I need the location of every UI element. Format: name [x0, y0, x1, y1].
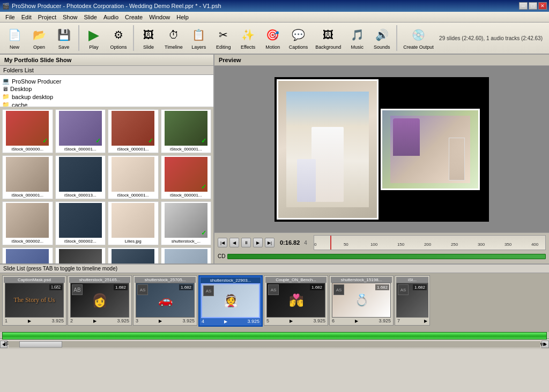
grid-label-7: iStock_000001... — [162, 193, 210, 198]
menu-item-window[interactable]: Window — [146, 13, 173, 21]
slide-bottom-4: 4 ▶ 3.925 — [201, 318, 261, 325]
folder-desktop[interactable]: 🖥 Desktop — [2, 85, 211, 93]
grid-item-13[interactable]: shutterstock_... — [55, 247, 106, 263]
play-icon-1[interactable]: ▶ — [28, 319, 31, 323]
toolbar-save[interactable]: 💾 Save — [53, 24, 75, 52]
cache-label: cache — [12, 102, 27, 108]
grid-item-3[interactable]: ✓ iStock_000001... — [161, 109, 212, 153]
grid-item-7[interactable]: ✓ iStock_000001... — [161, 155, 212, 199]
grid-item-10[interactable]: Lilies.jpg — [108, 201, 159, 245]
frame-display: 4 — [304, 240, 307, 246]
scroll-track[interactable] — [9, 341, 540, 348]
grid-item-12[interactable]: shutterstock_... — [2, 247, 53, 263]
image-grid: ✓ iStock_000000... ✓ iStock_000001... ✓ … — [0, 107, 213, 263]
toolbar-create-output[interactable]: 💿 Create Output — [400, 24, 436, 52]
grid-item-2[interactable]: ✓ iStock_000001... — [108, 109, 159, 153]
create-output-icon: 💿 — [410, 26, 427, 43]
grid-item-11[interactable]: ✓ shutterstock_... — [161, 201, 212, 245]
captions-icon: 💬 — [290, 26, 307, 43]
play-icon-4[interactable]: ▶ — [224, 319, 227, 324]
scroll-thumb[interactable] — [19, 341, 62, 348]
preview-controls: |◀ ◀ ⏸ ▶ ▶| 0:16.82 4 0 50 100 150 200 2… — [214, 232, 549, 263]
play-icon-2[interactable]: ▶ — [93, 319, 97, 323]
menu-item-slide[interactable]: Slide — [80, 13, 100, 21]
toolbar-captions[interactable]: 💬 Captions — [286, 24, 311, 52]
editing-icon: ✂ — [215, 26, 232, 43]
grid-item-15[interactable]: ✓ shutterstock_... — [161, 247, 212, 263]
menu-item-help[interactable]: Help — [173, 13, 192, 21]
grid-item-1[interactable]: ✓ iStock_000001... — [55, 109, 106, 153]
toolbar-timeline[interactable]: ⏱ Timeline — [162, 24, 186, 52]
title-bar-controls[interactable]: ─ □ ✕ — [519, 2, 547, 10]
minimize-button[interactable]: ─ — [519, 2, 528, 10]
slide-item-6[interactable]: shutterstock_15198... 💍 1.682 AS 6 ▶ 3.9… — [329, 275, 394, 326]
toolbar-options[interactable]: ⚙ Options — [107, 24, 130, 52]
menu-item-file[interactable]: File — [2, 13, 18, 21]
toolbar-music[interactable]: 🎵 Music — [346, 24, 368, 52]
menu-item-edit[interactable]: Edit — [18, 13, 35, 21]
slide-item-1[interactable]: CaptionMask.psd The Story of Us 1.682 1 … — [2, 275, 66, 326]
menu-item-create[interactable]: Create — [122, 13, 146, 21]
slide-bottom-5: 5 ▶ 3.925 — [265, 318, 327, 324]
grid-item-6[interactable]: iStock_000001... — [108, 155, 159, 199]
folder-cache[interactable]: 📁 cache — [2, 101, 211, 107]
folder-proshow[interactable]: 💻 ProShow Producer — [2, 77, 211, 85]
toolbar-new[interactable]: 📄 New — [3, 24, 26, 52]
grid-item-5[interactable]: iStock_000013... — [55, 155, 106, 199]
play-label: Play — [89, 44, 99, 50]
cd-bar: CD — [214, 252, 549, 260]
slide-item-4[interactable]: shutterstock_22903... 👰 AS 4 ▶ 3.925 — [198, 275, 263, 327]
check-mark-11: ✓ — [201, 229, 206, 237]
go-start-button[interactable]: |◀ — [218, 238, 227, 247]
grid-label-10: Lilies.jpg — [109, 239, 157, 244]
slide-bottom-6: 6 ▶ 3.925 — [331, 318, 392, 324]
play-rev-button[interactable]: ◀ — [229, 238, 239, 247]
toolbar-slide[interactable]: 🖼 Slide — [137, 24, 160, 52]
grid-thumb-0: ✓ — [6, 111, 49, 146]
play-fwd-button[interactable]: ▶ — [253, 238, 263, 247]
toolbar-layers[interactable]: 📋 Layers — [188, 24, 210, 52]
ruler-mark-400: 400 — [531, 242, 538, 247]
play-icon-6[interactable]: ▶ — [355, 319, 358, 323]
toolbar-background[interactable]: 🖼 Background — [313, 24, 344, 52]
portfolio-header: My Portfolio Slide Show — [0, 55, 213, 66]
toolbar-motion[interactable]: 🎯 Motion — [262, 24, 284, 52]
go-end-button[interactable]: ▶| — [265, 238, 274, 247]
timeline-ruler[interactable]: 0 50 100 150 200 250 300 350 400 450 500… — [314, 235, 546, 250]
grid-item-9[interactable]: iStock_000002... — [55, 201, 106, 245]
menu-item-audio[interactable]: Audio — [100, 13, 122, 21]
toolbar-sounds[interactable]: 🔊 Sounds — [370, 24, 393, 52]
pause-button[interactable]: ⏸ — [241, 238, 251, 247]
slide-dur-3: 3.925 — [182, 318, 195, 323]
cd-label: CD — [218, 253, 225, 259]
slide-icon-as: AS — [137, 284, 148, 295]
grid-item-4[interactable]: iStock_000001... — [2, 155, 53, 199]
slide-item-7[interactable]: iSt... 1.682 AS 7 ▶ — [395, 275, 430, 326]
menu-item-project[interactable]: Project — [35, 13, 60, 21]
toolbar-effects[interactable]: ✨ Effects — [237, 24, 259, 52]
close-button[interactable]: ✕ — [538, 2, 547, 10]
timeline-label: Timeline — [165, 44, 183, 50]
play-icon-3[interactable]: ▶ — [159, 319, 162, 323]
slide-badge-3: 1.682 — [179, 284, 193, 290]
folder-backup[interactable]: 📁 backup desktop — [2, 93, 211, 101]
grid-item-0[interactable]: ✓ iStock_000000... — [2, 109, 53, 153]
check-mark-7: ✓ — [201, 183, 206, 191]
menu-item-show[interactable]: Show — [60, 13, 81, 21]
play-icon-7[interactable]: ▶ — [424, 319, 427, 323]
audio-track — [227, 254, 546, 259]
slide-thumb-3: 🚗 1.682 AS — [136, 283, 195, 318]
toolbar-open[interactable]: 📂 Open — [28, 24, 50, 52]
horizontal-scrollbar[interactable]: ◀ ▶ — [0, 340, 549, 348]
toolbar-editing[interactable]: ✂ Editing — [212, 24, 235, 52]
toolbar-play[interactable]: ▶ Play — [83, 24, 105, 52]
maximize-button[interactable]: □ — [529, 2, 537, 10]
slide-info: 29 slides (2:42.60), 1 audio tracks (2:4… — [439, 35, 543, 41]
slide-item-3[interactable]: shutterstock_25705... 🚗 1.682 AS 3 ▶ 3.9… — [133, 275, 197, 326]
play-icon-5[interactable]: ▶ — [290, 319, 293, 323]
grid-item-14[interactable]: ✓ shutterstock_... — [108, 247, 159, 263]
slide-item-5[interactable]: Couple_ON_Bench... 💏 1.682 AS 5 ▶ 3.925 — [264, 275, 328, 326]
playhead[interactable] — [330, 236, 331, 250]
grid-item-8[interactable]: iStock_000002... — [2, 201, 53, 245]
slide-item-2[interactable]: shutterstock_25165... 👩 1.682 AB 2 ▶ 3.9… — [68, 275, 132, 326]
